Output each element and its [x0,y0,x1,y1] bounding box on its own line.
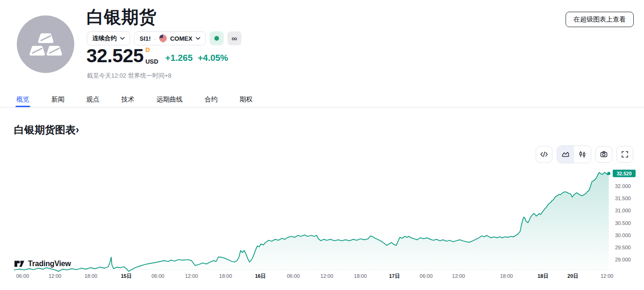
time-tick-label: 06:00 [420,273,433,279]
date-tick-label: 16日 [255,273,266,279]
tradingview-attribution[interactable]: TradingView [14,260,71,268]
market-open-dot-icon [214,36,219,41]
price-meta: D USD [145,47,158,66]
symbol-exchange-dropdown[interactable]: SI1! · COMEX [134,31,206,45]
price-tick-label: 31.000 [615,208,631,213]
chart-toolbar [536,145,633,163]
separator: · [154,35,156,42]
change-percent: +4.05% [198,53,228,63]
area-chart-icon [561,150,570,159]
chart-style-toggle [557,145,591,163]
time-tick-label: 12:00 [320,273,333,279]
price-tick-label: 29.500 [615,245,631,250]
us-flag-icon [159,35,167,42]
snapshot-button[interactable] [595,146,612,163]
section-tabbar: 概览新闻观点技术远期曲线合约期权 [0,92,644,108]
tradingview-logo-icon [14,260,25,268]
tradingview-wordmark: TradingView [28,260,71,268]
tab-options[interactable]: 期权 [240,92,253,107]
price-area-fill [14,173,609,271]
exchange-label: COMEX [170,35,192,42]
open-superchart-button[interactable]: 在超级图表上查看 [566,12,634,27]
as-of-timestamp: 截至今天12:02 世界统一时间+8 [87,72,171,80]
delayed-data-flag: D [145,47,158,53]
infinity-icon: ∞ [232,35,237,43]
change-absolute: +1.265 [165,53,193,63]
tab-futures-curve[interactable]: 远期曲线 [156,92,183,107]
date-tick-label: 20日 [567,273,578,279]
price-change: +1.265 +4.05% [165,53,228,66]
time-tick-label: 06:00 [151,273,164,279]
tab-ideas[interactable]: 观点 [86,92,99,107]
tab-technicals[interactable]: 技术 [121,92,134,107]
time-tick-label: 06:00 [287,273,300,279]
time-tick-label: 12:00 [452,273,465,279]
contract-type-label: 连续合约 [92,34,117,43]
chevron-down-icon [196,37,200,40]
last-price: 32.525 [86,45,143,66]
tab-contracts[interactable]: 合约 [205,92,218,107]
chart-section-link[interactable]: 白银期货图表› [14,123,79,137]
page-title: 白银期货 [86,6,156,29]
symbol-selector-row: 连续合约 SI1! · [87,31,241,45]
time-tick-label: 18:00 [354,273,367,279]
last-price-dot [607,172,610,175]
area-chart-style-button[interactable] [557,146,574,163]
time-tick-label: 18:00 [219,273,232,279]
fullscreen-icon [621,150,629,159]
time-tick-label: 18:00 [500,273,513,279]
fullscreen-button[interactable] [616,146,633,163]
date-tick-label: 18日 [538,273,548,279]
last-price-badge-text: 32.520 [616,171,631,176]
code-icon [540,150,548,159]
price-tick-label: 30.000 [615,232,631,238]
silver-bars-icon [28,26,64,63]
date-tick-label: 15日 [121,273,132,279]
contract-type-dropdown[interactable]: 连续合约 [87,31,130,45]
price-chart[interactable]: 32.00031.50031.00030.50030.00029.50029.0… [0,165,644,284]
currency-label: USD [145,58,158,65]
time-tick-label: 12:00 [185,273,198,279]
candles-chart-style-button[interactable] [574,146,591,163]
time-tick-label: 12:00 [49,273,62,279]
time-axis[interactable]: 06:0012:0018:0015日06:0012:0018:0016日06:0… [16,273,614,279]
symbol-logo [17,15,74,73]
candles-icon [578,150,587,159]
camera-icon [600,150,608,159]
embed-code-button[interactable] [536,146,552,163]
price-tick-label: 29.000 [615,257,631,262]
time-tick-label: 06:00 [16,273,29,279]
tab-overview[interactable]: 概览 [16,92,29,107]
price-tick-label: 32.000 [615,183,631,189]
date-tick-label: 17日 [389,273,400,279]
symbol-page: 白银期货 连续合约 SI1! · [0,0,644,290]
market-open-status[interactable] [210,31,224,45]
chevron-down-icon [120,37,125,40]
tab-news[interactable]: 新闻 [51,92,64,107]
price-tick-label: 30.500 [615,220,631,226]
time-tick-label: 18:00 [85,273,98,279]
price-axis[interactable]: 32.00031.50031.00030.50030.00029.50029.0… [615,183,631,262]
time-tick-label: 12:00 [601,273,614,279]
price-tick-label: 31.500 [615,196,631,201]
price-block: 32.525 D USD +1.265 +4.05% [86,45,228,66]
symbol-code: SI1! [140,35,151,42]
data-mode-badge[interactable]: ∞ [227,31,241,45]
last-price-badge: 32.520 [613,170,636,177]
